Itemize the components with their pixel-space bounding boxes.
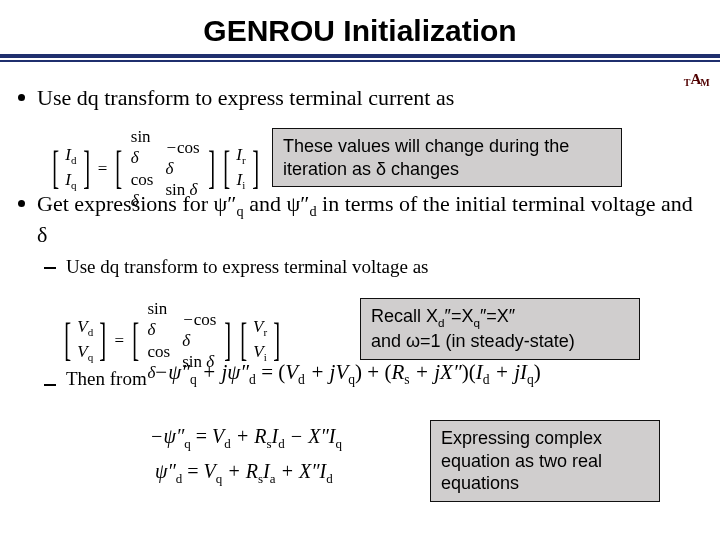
sub-bullet-1: Use dq transform to express terminal vol…	[44, 256, 702, 278]
page-title: GENROU Initialization	[0, 14, 720, 48]
dash-icon	[44, 267, 56, 269]
sub-bullet-1-text: Use dq transform to express terminal vol…	[66, 256, 428, 278]
dash-icon	[44, 384, 56, 386]
divider-bottom	[0, 60, 720, 62]
sub-bullet-2-text: Then from	[66, 368, 147, 390]
svg-text:M: M	[700, 77, 710, 88]
bullet-1-text: Use dq transform to express terminal cur…	[37, 84, 454, 112]
note-recall: Recall Xd″=Xq″=X″ and ω=1 (in steady-sta…	[360, 298, 640, 360]
svg-text:T: T	[684, 77, 691, 88]
equation-complex: −ψ″q + jψ″d = (Vd + jVq) + (Rs + jX″)(Id…	[154, 360, 541, 388]
equation-real-pair: −ψ″q = Vd + RsId − X″Iq ψ″d = Vq + RsIa …	[150, 420, 342, 490]
bullet-dot-icon	[18, 200, 25, 207]
equation-matrix-current: [ IdIq ] = [ sin δcos δ −cos δsin δ ] [ …	[48, 126, 256, 211]
bullet-1: Use dq transform to express terminal cur…	[18, 84, 702, 112]
sub-bullet-2: Then from	[44, 368, 147, 390]
note-iteration: These values will change during the iter…	[272, 128, 622, 187]
note-real-eqs: Expressing complex equation as two real …	[430, 420, 660, 502]
bullet-dot-icon	[18, 94, 25, 101]
divider-top	[0, 54, 720, 58]
tamu-logo: A T M	[680, 66, 712, 92]
